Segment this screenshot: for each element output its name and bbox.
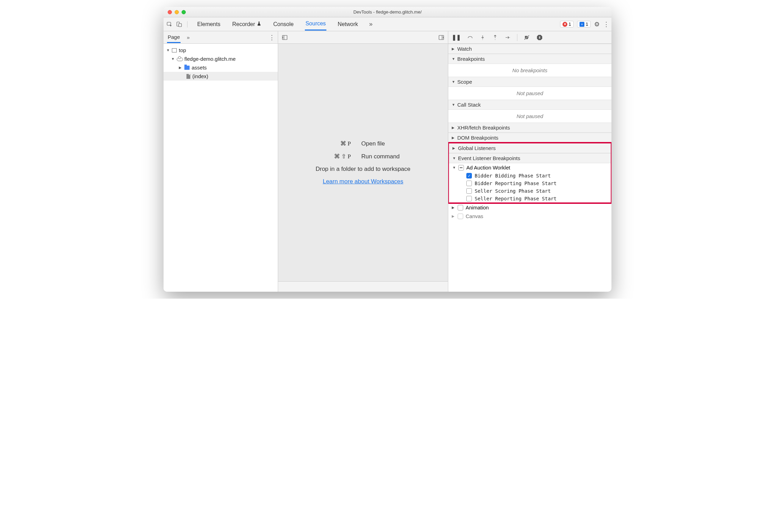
checkbox-unchecked[interactable] [466,188,472,194]
section-label: Global Listeners [458,145,495,151]
element-picker-icon[interactable] [166,21,173,27]
toggle-navigator-icon[interactable] [282,34,288,41]
section-scope[interactable]: ▼Scope [448,77,611,87]
toggle-debugger-icon[interactable] [438,34,444,41]
no-breakpoints-msg: No breakpoints [448,64,611,77]
tree-file-index[interactable]: (index) [164,72,278,81]
event-group-canvas[interactable]: ▶Canvas [448,212,611,221]
more-menu-icon[interactable]: ⋮ [603,20,609,28]
svg-rect-16 [539,36,539,39]
tab-network[interactable]: Network [337,18,359,30]
chevron-down-icon: ▼ [166,48,170,52]
tree-label: top [179,47,186,53]
file-tree: ▼top ▼fledge-demo.glitch.me ▶assets (ind… [164,44,278,83]
window-title: DevTools - fledge-demo.glitch.me/ [164,9,611,15]
checkbox-checked[interactable]: ✓ [466,173,472,178]
chevron-down-icon: ▼ [452,156,456,160]
highlight-event-listener-breakpoints: ▶Global Listeners ▼Event Listener Breakp… [448,142,611,204]
section-callstack[interactable]: ▼Call Stack [448,100,611,110]
flask-icon [257,21,261,26]
pause-icon[interactable]: ❚❚ [452,34,461,41]
event-group-animation[interactable]: ▶Animation [448,203,611,212]
settings-icon[interactable]: ⚙ [594,20,600,28]
section-dom[interactable]: ▶DOM Breakpoints [448,133,611,143]
editor-toolbar [278,31,448,44]
main-toolbar: Elements Recorder Console Sources Networ… [164,17,611,31]
chevron-down-icon: ▼ [452,80,455,84]
checkbox-unchecked[interactable] [466,196,472,201]
tab-sources[interactable]: Sources [305,18,327,31]
callstack-not-paused-msg: Not paused [448,110,611,123]
event-seller-scoring-start[interactable]: Seller Scoring Phase Start [449,187,611,195]
tree-folder-assets[interactable]: ▶assets [164,63,278,72]
section-watch[interactable]: ▶Watch [448,44,611,54]
event-seller-reporting-start[interactable]: Seller Reporting Phase Start [449,195,611,202]
event-bidder-reporting-start[interactable]: Bidder Reporting Phase Start [449,180,611,187]
shortcut-keys: ⌘ ⇧ P [299,153,351,160]
chevron-right-icon: ▶ [179,66,182,69]
event-group-ad-auction-worklet[interactable]: ▼Ad Auction Worklet [449,163,611,172]
editor-placeholder: ⌘ POpen file ⌘ ⇧ PRun command Drop in a … [278,44,448,281]
tree-label: assets [192,65,207,70]
cloud-icon [177,57,182,61]
more-tabs-icon[interactable]: » [369,20,373,28]
pause-exceptions-icon[interactable] [536,34,543,41]
checkbox-unchecked[interactable] [466,181,472,186]
section-label: Call Stack [457,102,481,108]
frame-icon [172,48,177,52]
scope-not-paused-msg: Not paused [448,87,611,100]
errors-count: 1 [569,22,571,27]
errors-badge[interactable]: ✕1 [560,21,574,27]
section-label: Event Listener Breakpoints [458,155,520,161]
svg-rect-2 [179,23,182,26]
checkbox-unchecked[interactable] [458,205,463,210]
editor-footer [278,281,448,292]
event-label: Bidder Reporting Phase Start [475,181,557,186]
tree-origin[interactable]: ▼fledge-demo.glitch.me [164,55,278,63]
navigator-tab-page[interactable]: Page [167,32,181,43]
section-label: Breakpoints [457,56,485,62]
chevron-down-icon: ▼ [452,57,455,61]
section-event-listener-breakpoints[interactable]: ▼Event Listener Breakpoints [449,153,611,163]
section-breakpoints[interactable]: ▼Breakpoints [448,54,611,64]
deactivate-breakpoints-icon[interactable] [524,34,530,41]
messages-badge[interactable]: ≡1 [577,21,591,27]
svg-rect-3 [282,35,287,40]
group-label: Animation [466,205,489,210]
step-over-icon[interactable] [467,34,473,41]
tree-top-frame[interactable]: ▼top [164,46,278,55]
navigator-more-tabs-icon[interactable]: » [187,34,190,40]
learn-workspaces-link[interactable]: Learn more about Workspaces [323,178,403,185]
checkbox-mixed[interactable] [458,165,464,171]
svg-point-11 [495,39,495,40]
debugger-pane: ❚❚ ▶Watch ▼Breakpoints No breakpoints ▼S… [448,31,611,292]
section-global-listeners[interactable]: ▶Global Listeners [449,143,611,153]
section-label: Scope [457,79,472,85]
device-toggle-icon[interactable] [176,21,182,27]
section-xhr[interactable]: ▶XHR/fetch Breakpoints [448,123,611,133]
titlebar: DevTools - fledge-demo.glitch.me/ [164,7,611,17]
shortcut-keys: ⌘ P [299,140,351,147]
section-label: DOM Breakpoints [457,135,498,141]
svg-point-13 [509,37,510,38]
checkbox-unchecked[interactable] [458,214,463,219]
event-label: Seller Reporting Phase Start [475,196,557,201]
tab-console[interactable]: Console [273,18,294,30]
group-label: Canvas [466,213,483,219]
step-icon[interactable] [505,34,511,41]
shortcut-open-file: ⌘ POpen file [299,140,427,147]
chevron-right-icon: ▶ [452,146,456,150]
chevron-down-icon: ▼ [452,103,455,107]
messages-count: 1 [586,22,588,27]
step-out-icon[interactable] [492,34,498,41]
chevron-down-icon: ▼ [452,166,456,169]
shortcut-run-command: ⌘ ⇧ PRun command [299,153,427,160]
navigator-menu-icon[interactable]: ⋮ [269,34,274,41]
tab-recorder[interactable]: Recorder [232,18,262,30]
step-into-icon[interactable] [480,34,486,41]
chevron-right-icon: ▶ [452,214,455,218]
message-icon: ≡ [580,22,584,27]
event-label: Seller Scoring Phase Start [475,188,551,194]
event-bidder-bidding-start[interactable]: ✓Bidder Bidding Phase Start [449,172,611,180]
tab-elements[interactable]: Elements [197,18,221,30]
